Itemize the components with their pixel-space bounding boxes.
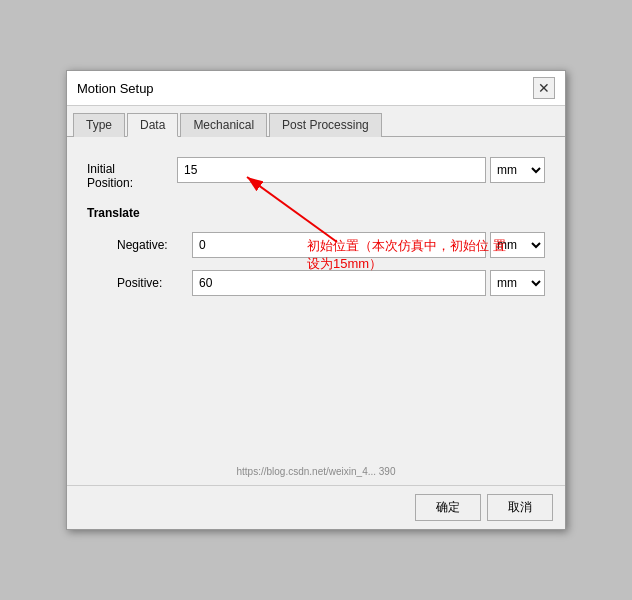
translate-label: Translate <box>87 206 545 220</box>
positive-group: Positive: mm cm m in <box>87 270 545 296</box>
initial-position-label: InitialPosition: <box>87 157 177 190</box>
title-bar: Motion Setup ✕ <box>67 71 565 106</box>
tab-data[interactable]: Data <box>127 113 178 137</box>
tab-post-processing[interactable]: Post Processing <box>269 113 382 137</box>
motion-setup-dialog: Motion Setup ✕ Type Data Mechanical Post… <box>66 70 566 530</box>
tab-content: InitialPosition: mm cm m in Translate Ne… <box>67 137 565 485</box>
initial-position-group: InitialPosition: mm cm m in <box>87 157 545 190</box>
positive-input-row: mm cm m in <box>192 270 545 296</box>
negative-group: Negative: mm cm m in <box>87 232 545 258</box>
dialog-footer: 确定 取消 <box>67 485 565 529</box>
cancel-button[interactable]: 取消 <box>487 494 553 521</box>
negative-label: Negative: <box>117 238 192 252</box>
positive-unit-select[interactable]: mm cm m in <box>490 270 545 296</box>
tab-mechanical[interactable]: Mechanical <box>180 113 267 137</box>
initial-position-input-row: mm cm m in <box>177 157 545 183</box>
close-button[interactable]: ✕ <box>533 77 555 99</box>
positive-input[interactable] <box>192 270 486 296</box>
negative-unit-select[interactable]: mm cm m in <box>490 232 545 258</box>
initial-position-unit-select[interactable]: mm cm m in <box>490 157 545 183</box>
negative-input-row: mm cm m in <box>192 232 545 258</box>
tab-bar: Type Data Mechanical Post Processing <box>67 106 565 137</box>
dialog-title: Motion Setup <box>77 81 154 96</box>
confirm-button[interactable]: 确定 <box>415 494 481 521</box>
initial-position-input[interactable] <box>177 157 486 183</box>
positive-label: Positive: <box>117 276 192 290</box>
watermark: https://blog.csdn.net/weixin_4... 390 <box>237 466 396 477</box>
tab-type[interactable]: Type <box>73 113 125 137</box>
negative-input[interactable] <box>192 232 486 258</box>
